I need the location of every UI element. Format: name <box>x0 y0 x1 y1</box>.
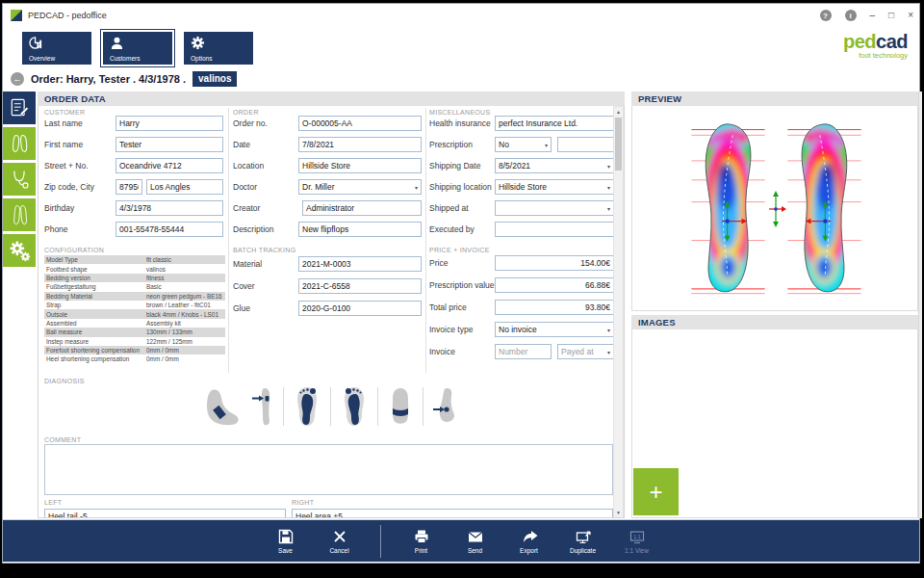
nav-overview[interactable]: Overview <box>19 29 94 67</box>
sidebar-item-settings[interactable] <box>3 234 36 267</box>
shipping-location-select[interactable]: Hillside Store▾ <box>495 179 614 195</box>
order-scrollbar[interactable]: ▲ ▼ <box>613 106 624 518</box>
left-adjustment-input[interactable] <box>44 509 286 518</box>
cancel-button[interactable]: Cancel <box>321 528 359 554</box>
preview-panel: PREVIEW <box>631 92 918 311</box>
back-arrow-icon[interactable]: ← <box>11 72 24 86</box>
prescription-extra-input[interactable] <box>557 137 614 152</box>
description-input[interactable] <box>298 222 422 237</box>
footprint-left-pictogram[interactable] <box>290 385 324 428</box>
field-label: Birthday <box>44 203 116 213</box>
sidebar-item-order-data[interactable] <box>3 92 36 124</box>
location-input[interactable] <box>298 158 422 173</box>
chevron-down-icon: ▾ <box>545 142 548 148</box>
right-scrollbar-track[interactable] <box>918 92 922 518</box>
person-icon <box>110 36 124 50</box>
print-button[interactable]: Print <box>402 528 441 554</box>
chevron-down-icon: ▾ <box>607 205 610 212</box>
scroll-down-icon[interactable]: ▼ <box>614 510 623 515</box>
maximize-button[interactable]: □ <box>888 11 894 20</box>
sidebar-item-insoles[interactable] <box>3 198 36 231</box>
config-row: AssembledAssembly kit <box>44 319 225 328</box>
prescription-value-input[interactable] <box>495 277 614 293</box>
executed-by-input[interactable] <box>495 222 614 237</box>
chevron-down-icon: ▾ <box>607 349 610 355</box>
title-bar: PEDCAD - pedoffice ? i – □ × <box>3 4 919 27</box>
images-panel: IMAGES + <box>631 315 918 518</box>
pedcad-logo: pedcad foot technology <box>843 33 908 60</box>
logo-cad: cad <box>876 31 908 52</box>
field-label: Shipped at <box>429 203 495 213</box>
field-label: Doctor <box>233 182 298 192</box>
config-row: Heel shortening compensation0mm / 0mm <box>44 355 225 363</box>
ankle-side-pictogram[interactable] <box>429 385 462 428</box>
center-axis-marker <box>769 191 786 227</box>
shipping-date-select[interactable]: 8/5/2021▾ <box>495 158 614 173</box>
sidebar-item-diagnosis[interactable] <box>3 163 36 196</box>
sidebar-item-feet[interactable] <box>3 127 36 160</box>
first-name-input[interactable] <box>116 137 223 152</box>
doctor-select[interactable]: Dr. Miller▾ <box>298 179 422 195</box>
duplicate-button[interactable]: Duplicate <box>564 528 603 554</box>
prescription-select[interactable]: No▾ <box>495 137 552 152</box>
phone-input[interactable] <box>116 222 223 237</box>
footprint-right-pictogram[interactable] <box>337 385 372 428</box>
comment-textarea[interactable] <box>44 444 613 495</box>
preview-body <box>631 106 918 311</box>
preview-title: PREVIEW <box>631 92 918 106</box>
scroll-up-icon[interactable]: ▲ <box>614 109 623 115</box>
save-button[interactable]: Save <box>267 528 305 554</box>
batch-heading: BATCH TRACKING <box>233 247 295 253</box>
info-icon[interactable]: i <box>845 10 857 21</box>
field-label: Price <box>429 258 495 268</box>
right-adjustment-input[interactable] <box>292 509 613 518</box>
foot-side-pictogram[interactable] <box>202 385 243 428</box>
printer-icon <box>413 528 430 545</box>
export-button[interactable]: Export <box>510 528 549 554</box>
street-input[interactable] <box>116 158 223 173</box>
order-date-input[interactable] <box>298 137 422 152</box>
birthday-input[interactable] <box>116 200 223 216</box>
order-no-input[interactable] <box>298 116 422 131</box>
config-row: Ball measure130mm / 133mm <box>44 328 225 336</box>
shipped-at-select[interactable]: ▾ <box>495 200 614 216</box>
payed-at-select[interactable]: Payed at▾ <box>557 344 614 359</box>
price-input[interactable] <box>495 255 614 271</box>
field-label: Last name <box>44 118 116 128</box>
leg-front-pictogram[interactable] <box>248 385 277 428</box>
field-label: Invoice type <box>429 325 495 334</box>
config-row: Outsoleblack 4mm / Knobs - LS01 <box>44 309 225 318</box>
one-to-one-view-button[interactable]: 1:1 1:1 View <box>618 528 656 554</box>
help-icon[interactable]: ? <box>820 10 832 21</box>
batch-glue-input[interactable] <box>298 301 422 316</box>
field-label: Description <box>233 224 298 234</box>
close-button[interactable]: × <box>908 11 913 20</box>
invoice-number-input[interactable] <box>495 344 552 359</box>
order-data-body: CUSTOMER Last name First name Street + N… <box>38 106 625 518</box>
config-row: Bedding versionfitness <box>44 274 225 282</box>
foot-pressure-preview[interactable] <box>632 106 917 309</box>
send-button[interactable]: Send <box>456 528 495 554</box>
feet-icon <box>8 132 31 155</box>
batch-cover-input[interactable] <box>298 278 422 294</box>
invoice-type-select[interactable]: No invoice▾ <box>495 322 614 337</box>
minimize-button[interactable]: – <box>870 11 876 20</box>
field-label: Phone <box>44 224 116 234</box>
field-label: Cover <box>233 281 298 291</box>
batch-material-input[interactable] <box>298 256 422 272</box>
foot-top-pictogram[interactable] <box>384 385 417 428</box>
logo-tagline: foot technology <box>843 51 908 60</box>
total-price-input[interactable] <box>495 300 614 315</box>
chevron-down-icon: ▾ <box>415 184 418 191</box>
nav-customers[interactable]: Customers <box>100 29 175 67</box>
insurance-input[interactable] <box>495 116 614 131</box>
nav-label: Customers <box>110 55 140 62</box>
nav-label: Options <box>191 55 212 62</box>
last-name-input[interactable] <box>116 116 223 131</box>
add-image-button[interactable]: + <box>633 468 679 515</box>
zip-input[interactable] <box>116 179 142 195</box>
creator-input[interactable] <box>302 200 422 216</box>
city-input[interactable] <box>146 179 223 195</box>
nav-options[interactable]: Options <box>181 29 256 67</box>
field-label: Executed by <box>429 224 495 234</box>
